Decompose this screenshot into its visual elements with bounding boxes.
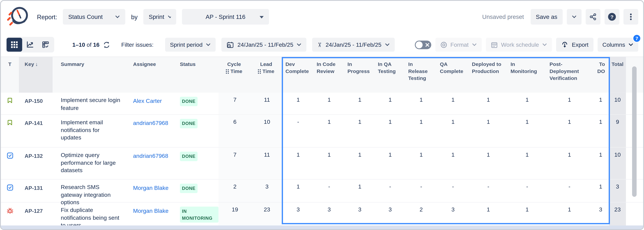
column-header-in-progress[interactable]: In Progress [345, 57, 375, 93]
column-header-total[interactable]: Total [609, 57, 626, 93]
pagination-of: of [87, 41, 92, 48]
status-badge: DONE [180, 184, 198, 193]
chart-icon [26, 41, 34, 49]
column-header-dev-complete[interactable]: Dev Complete [283, 57, 314, 93]
view-switcher [6, 37, 54, 52]
cycle-time-value: 7 [218, 93, 251, 114]
status-badge: DONE [180, 97, 198, 106]
export-button[interactable]: Export [556, 38, 593, 52]
app-screenshot: Report: Status Count by Sprint AP - Spri… [0, 0, 644, 230]
status-count-value: 1 [314, 147, 344, 179]
status-count-value: 1 [283, 93, 314, 114]
filter-period-dropdown[interactable]: Sprint period [165, 38, 216, 52]
sprint-dropdown[interactable]: AP - Sprint 116 [182, 9, 269, 24]
chart-view-button[interactable] [22, 38, 38, 52]
issue-summary: Research SMS gateway integration options [52, 180, 127, 202]
column-header-in-monitoring[interactable]: In Monitoring [508, 57, 547, 93]
chevron-down-icon [628, 43, 633, 46]
filter-period-value: Sprint period [170, 41, 202, 48]
column-header-deployed-to-production[interactable]: Deployed to Production [469, 57, 508, 93]
column-header-qa-complete[interactable]: QA Complete [437, 57, 469, 93]
report-label: Report: [37, 13, 57, 20]
top-bar: Report: Status Count by Sprint AP - Spri… [1, 1, 643, 33]
assignee-link[interactable]: andrian67968 [133, 120, 168, 126]
status-count-value: 1 [283, 147, 314, 179]
status-count-value: 1 [375, 115, 406, 147]
status-count-value: 1 [592, 180, 609, 202]
status-count-value: 1 [508, 93, 547, 114]
assignee-link[interactable]: Alex Carter [133, 98, 162, 104]
status-count-value: - [547, 180, 592, 202]
column-header-lead-time[interactable]: Lead Time [252, 57, 283, 93]
column-header-in-release-testing[interactable]: In Release Testing [406, 57, 437, 93]
issue-type-cell [1, 180, 19, 202]
issue-summary: Implement email notifications for update… [52, 115, 127, 147]
format-label: Format [450, 41, 469, 48]
refresh-button[interactable] [103, 41, 110, 49]
report-type-dropdown[interactable]: Status Count [63, 9, 125, 24]
group-by-dropdown[interactable]: Sprint [144, 9, 176, 24]
triangle-down-icon [260, 16, 264, 18]
status-count-value: - [375, 180, 406, 202]
pivot-view-button[interactable] [38, 38, 54, 52]
column-header-in-qa-testing[interactable]: In QA Testing [375, 57, 406, 93]
date-range-dropdown[interactable]: 24/Jan/25 - 11/Feb/25 [222, 38, 306, 52]
drag-handle-icon [258, 69, 261, 74]
format-dropdown: Format [435, 38, 482, 52]
table-row: AP-150 Implement secure login feature Al… [1, 93, 643, 115]
status-count-value: 1 [375, 147, 406, 179]
vertical-scrollbar[interactable] [632, 66, 636, 197]
status-count-value: 1 [314, 115, 344, 147]
column-header-post-deployment-verification[interactable]: Post-Deployment Verification [547, 57, 592, 93]
column-header-type[interactable]: T [1, 57, 19, 93]
share-button[interactable] [586, 9, 600, 24]
format-toggle[interactable] [414, 40, 431, 49]
status-count-value: - [406, 180, 437, 202]
columns-dropdown[interactable]: Columns [598, 38, 638, 52]
status-count-value: 1 [592, 147, 609, 179]
assignee-link[interactable]: andrian67968 [133, 152, 168, 159]
column-header-key[interactable]: Key↓ [19, 57, 52, 93]
status-badge: IN MONITORING [180, 207, 218, 223]
grid-view-button[interactable] [6, 38, 22, 52]
table-row: AP-141 Implement email notifications for… [1, 115, 643, 147]
grid-icon [11, 41, 18, 48]
column-header-assignee[interactable]: Assignee [128, 57, 176, 93]
issue-key: AP-131 [19, 180, 52, 202]
status-count-value: 1 [345, 147, 375, 179]
more-actions-button[interactable] [624, 9, 638, 24]
export-label: Export [572, 41, 588, 48]
trim-range-dropdown[interactable]: ✂ 24/Jan/25 - 11/Feb/25 [312, 38, 395, 52]
filter-issues-label: Filter issues: [121, 41, 154, 48]
horizontal-scrollbar-track[interactable] [1, 226, 643, 229]
issue-key: AP-132 [19, 147, 52, 179]
cycle-time-value: 6 [218, 115, 251, 147]
assignee-link[interactable]: Morgan Blake [133, 184, 168, 191]
status-count-value: 1 [469, 147, 508, 179]
column-header-to-do[interactable]: To DO [592, 57, 609, 93]
chevron-down-icon [472, 43, 477, 46]
status-count-value: - [437, 180, 469, 202]
save-as-button[interactable]: Save as [530, 9, 563, 24]
work-schedule-dropdown: Work schedule [486, 38, 552, 52]
issue-key: AP-150 [19, 93, 52, 114]
save-options-button[interactable] [567, 9, 582, 24]
column-header-in-code-review[interactable]: In Code Review [314, 57, 344, 93]
column-header-summary[interactable]: Summary [52, 57, 127, 93]
story-icon [6, 119, 13, 126]
status-count-value: 1 [592, 93, 609, 114]
export-icon [561, 41, 569, 48]
column-header-status[interactable]: Status [176, 57, 218, 93]
status-count-value: 1 [547, 93, 592, 114]
status-count-value: 1 [437, 147, 469, 179]
column-header-cycle-time[interactable]: Cycle Time [218, 57, 251, 93]
status-badge: DONE [180, 152, 198, 161]
issue-key: AP-141 [19, 115, 52, 147]
status-count-value: - [508, 180, 547, 202]
help-button[interactable]: ? [605, 9, 620, 24]
status-count-value: - [283, 115, 314, 147]
issue-summary: Implement secure login feature [52, 93, 127, 114]
status-count-value: 1 [375, 93, 406, 114]
task-icon [6, 184, 13, 191]
assignee-link[interactable]: Morgan Blake [133, 207, 168, 214]
